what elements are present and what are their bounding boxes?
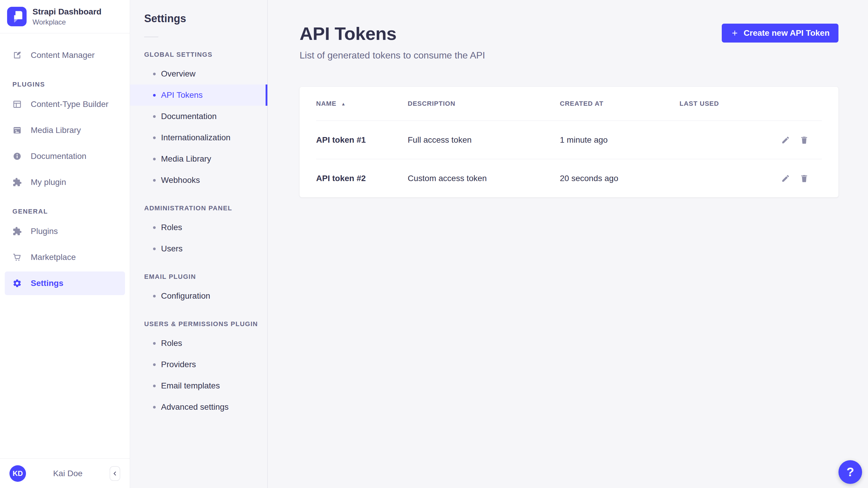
main-sidebar: Strapi Dashboard Workplace Content Manag… [0, 0, 130, 488]
subnav-section-email-plugin: EMAIL PLUGIN Configuration [130, 273, 267, 307]
pencil-icon [781, 135, 790, 145]
subnav-section-administration-panel: ADMINISTRATION PANEL Roles Users [130, 205, 267, 260]
subnav-item-roles-admin[interactable]: Roles [130, 217, 267, 238]
plus-icon [731, 29, 739, 37]
sidebar-item-label: Marketplace [31, 252, 76, 262]
edit-token-button[interactable] [778, 170, 793, 187]
subnav-title: Settings [144, 12, 267, 25]
subnav-item-label: Providers [161, 360, 196, 369]
app-root: Strapi Dashboard Workplace Content Manag… [0, 0, 868, 488]
subnav-item-roles-up[interactable]: Roles [130, 333, 267, 354]
token-description-cell: Full access token [408, 135, 560, 145]
help-button[interactable]: ? [838, 460, 862, 484]
sidebar-item-label: Documentation [31, 152, 86, 161]
bullet-icon [153, 94, 156, 97]
subnav-item-internationalization[interactable]: Internationalization [130, 127, 267, 148]
page-titles: API Tokens List of generated tokens to c… [300, 23, 485, 61]
sidebar-footer: KD Kai Doe [0, 458, 130, 488]
bullet-icon [153, 136, 156, 139]
table-row[interactable]: API token #2 Custom access token 20 seco… [316, 159, 822, 197]
puzzle-icon [12, 178, 22, 187]
sidebar-item-label: Content Manager [31, 51, 95, 60]
page-subtitle: List of generated tokens to consume the … [300, 50, 485, 61]
create-button-label: Create new API Token [744, 28, 830, 38]
token-description-cell: Custom access token [408, 174, 560, 183]
gear-icon [12, 279, 22, 288]
column-header-description[interactable]: DESCRIPTION [408, 100, 560, 108]
sidebar-item-marketplace[interactable]: Marketplace [5, 245, 125, 269]
sidebar-section-plugins: PLUGINS [12, 81, 125, 88]
sidebar-item-my-plugin[interactable]: My plugin [5, 171, 125, 194]
delete-token-button[interactable] [796, 170, 812, 187]
trash-icon [800, 135, 809, 145]
bullet-icon [153, 248, 156, 250]
subnav-item-label: Webhooks [161, 176, 200, 185]
bullet-icon [153, 158, 156, 160]
bullet-icon [153, 115, 156, 118]
collapse-sidebar-button[interactable] [110, 466, 120, 481]
bullet-icon [153, 406, 156, 408]
delete-token-button[interactable] [796, 132, 812, 148]
workspace-brand[interactable]: Strapi Dashboard Workplace [0, 0, 130, 33]
sidebar-item-content-manager[interactable]: Content Manager [5, 43, 125, 67]
column-header-label: CREATED AT [560, 100, 603, 108]
bullet-icon [153, 342, 156, 345]
create-api-token-button[interactable]: Create new API Token [722, 24, 838, 42]
subnav-item-label: Users [161, 244, 183, 253]
column-header-label: DESCRIPTION [408, 100, 455, 108]
sidebar-item-label: My plugin [31, 178, 66, 187]
row-actions [778, 132, 822, 148]
column-header-last-used[interactable]: LAST USED [680, 100, 778, 108]
subnav-item-users[interactable]: Users [130, 238, 267, 260]
bullet-icon [153, 226, 156, 229]
user-avatar[interactable]: KD [9, 465, 26, 482]
subnav-item-label: Overview [161, 69, 195, 79]
api-tokens-table-card: NAME ▲ DESCRIPTION CREATED AT LAST USED … [300, 87, 838, 197]
pencil-icon [781, 174, 790, 183]
token-name-cell: API token #1 [316, 135, 408, 145]
edit-token-button[interactable] [778, 132, 793, 148]
subnav-item-media-library[interactable]: Media Library [130, 148, 267, 170]
subnav-section-title: USERS & PERMISSIONS PLUGIN [144, 320, 267, 328]
sidebar-item-content-type-builder[interactable]: Content-Type Builder [5, 92, 125, 116]
subnav-item-label: Internationalization [161, 133, 230, 142]
bullet-icon [153, 73, 156, 75]
strapi-logo-icon [7, 7, 27, 26]
media-library-icon [12, 126, 22, 135]
sidebar-item-media-library[interactable]: Media Library [5, 118, 125, 142]
sidebar-item-plugins[interactable]: Plugins [5, 219, 125, 243]
column-header-name[interactable]: NAME ▲ [316, 100, 408, 108]
bullet-icon [153, 179, 156, 182]
content-type-builder-icon [12, 99, 22, 109]
subnav-item-label: Roles [161, 223, 182, 232]
app-title: Strapi Dashboard [32, 7, 101, 17]
column-header-label: LAST USED [680, 100, 719, 108]
column-header-created-at[interactable]: CREATED AT [560, 100, 680, 108]
main-content: API Tokens List of generated tokens to c… [268, 0, 868, 488]
user-name: Kai Doe [26, 469, 110, 478]
table-row[interactable]: API token #1 Full access token 1 minute … [316, 121, 822, 159]
subnav-item-webhooks[interactable]: Webhooks [130, 170, 267, 191]
page-header: API Tokens List of generated tokens to c… [300, 23, 838, 61]
sidebar-item-label: Plugins [31, 226, 58, 236]
sidebar-item-documentation[interactable]: Documentation [5, 145, 125, 168]
subnav-item-configuration[interactable]: Configuration [130, 285, 267, 307]
subnav-item-overview[interactable]: Overview [130, 63, 267, 85]
sidebar-section-general: GENERAL [12, 208, 125, 215]
brand-text: Strapi Dashboard Workplace [32, 7, 101, 26]
subnav-section-users-permissions-plugin: USERS & PERMISSIONS PLUGIN Roles Provide… [130, 320, 267, 418]
token-name-cell: API token #2 [316, 174, 408, 183]
subnav-item-providers[interactable]: Providers [130, 354, 267, 375]
subnav-item-email-templates[interactable]: Email templates [130, 375, 267, 396]
subnav-item-api-tokens[interactable]: API Tokens [130, 85, 267, 106]
sidebar-item-settings[interactable]: Settings [5, 272, 125, 295]
subnav-item-documentation[interactable]: Documentation [130, 106, 267, 127]
subnav-section-global-settings: GLOBAL SETTINGS Overview API Tokens Docu… [130, 51, 267, 191]
trash-icon [800, 174, 809, 183]
sidebar-item-label: Settings [31, 279, 63, 288]
cart-icon [12, 252, 22, 262]
sort-asc-icon: ▲ [341, 102, 346, 106]
divider [144, 37, 158, 37]
subnav-item-advanced-settings[interactable]: Advanced settings [130, 396, 267, 418]
subnav-item-label: Roles [161, 338, 182, 348]
